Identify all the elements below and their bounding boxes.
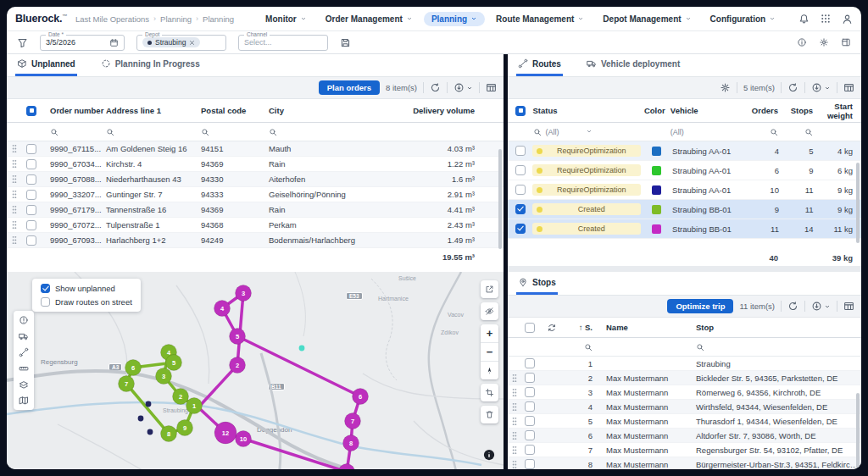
search-icon[interactable] <box>804 128 813 136</box>
order-row[interactable]: 9990_33207... Guntinger Str. 7 94333 Gei… <box>7 187 504 202</box>
row-checkbox[interactable] <box>525 373 535 383</box>
search-icon[interactable] <box>269 128 277 136</box>
export-button[interactable] <box>811 301 831 312</box>
row-checkbox[interactable] <box>26 174 36 185</box>
nav-menu-item[interactable]: Configuration <box>703 12 784 26</box>
tab-planning-in-progress[interactable]: Planning In Progress <box>99 58 202 76</box>
route-icon[interactable] <box>19 347 29 357</box>
apps-grid-icon[interactable] <box>821 14 831 24</box>
export-button[interactable] <box>811 82 831 93</box>
search-icon[interactable] <box>696 343 704 351</box>
order-row[interactable]: 9990_67115... Am Goldenen Steig 16 94151… <box>7 141 504 157</box>
user-icon[interactable] <box>842 14 853 25</box>
columns-icon[interactable] <box>843 82 854 93</box>
row-checkbox[interactable] <box>26 220 36 230</box>
search-icon[interactable] <box>584 343 593 351</box>
routes-scrollbar[interactable] <box>856 163 860 243</box>
drag-handle-icon[interactable] <box>508 460 525 469</box>
drag-handle-icon[interactable] <box>508 431 525 440</box>
map-option[interactable]: Draw routes on street <box>41 297 132 307</box>
order-row[interactable]: 9990_67093... Harlachberg 1+2 94249 Bode… <box>7 233 504 248</box>
row-checkbox[interactable] <box>26 159 36 169</box>
status-filter[interactable]: (All) <box>533 128 639 136</box>
nav-menu-item[interactable]: Planning <box>424 12 485 26</box>
route-row[interactable]: Created Straubing BB-01 9 11 9 kg <box>508 200 861 219</box>
close-icon[interactable] <box>189 40 195 46</box>
select-all-checkbox[interactable] <box>525 323 535 333</box>
open-external-button[interactable] <box>481 280 498 298</box>
stop-row[interactable]: 8 Max Mustermann Bürgermeister-Urban-Str… <box>508 457 861 469</box>
map-option-checkbox[interactable] <box>41 297 50 307</box>
stop-row[interactable]: 4 Max Mustermann Wirthsfeld, 94344, Wies… <box>508 400 861 414</box>
stop-row[interactable]: 5 Max Mustermann Thurasdorf 1, 94344, Wi… <box>508 414 861 429</box>
drag-handle-icon[interactable] <box>7 220 26 230</box>
truck-icon[interactable] <box>19 331 29 341</box>
channel-field[interactable]: Channel Select... <box>238 35 328 51</box>
orders-scrollbar[interactable] <box>498 149 502 249</box>
row-checkbox[interactable] <box>525 387 535 397</box>
stop-row[interactable]: 7 Max Mustermann Regensburger Str. 54, 9… <box>508 443 861 457</box>
gear-icon[interactable] <box>819 37 829 47</box>
vehicle-filter[interactable]: (All) <box>670 128 747 136</box>
optimize-trip-button[interactable]: Optimize trip <box>667 299 733 313</box>
stop-row[interactable]: 6 Max Mustermann Altdorfer Str. 7, 93086… <box>508 429 861 443</box>
drag-handle-icon[interactable] <box>508 417 525 426</box>
zoom-in-button[interactable]: + <box>481 324 498 342</box>
tab-vehicle-deployment[interactable]: Vehicle deployment <box>585 58 682 76</box>
row-checkbox[interactable] <box>515 165 526 175</box>
seq-column-header[interactable]: ↑ S. <box>569 323 593 332</box>
refresh-icon[interactable] <box>787 82 798 93</box>
route-row[interactable]: RequireOptimization Straubing AA-01 10 1… <box>508 180 861 200</box>
tab-stops[interactable]: Stops <box>516 277 558 295</box>
measure-icon[interactable] <box>19 363 29 374</box>
order-row[interactable]: 9990_67088... Niederharthausen 43 94330 … <box>7 172 504 187</box>
columns-icon[interactable] <box>843 301 854 312</box>
drag-handle-icon[interactable] <box>7 205 26 214</box>
row-checkbox[interactable] <box>525 401 535 412</box>
order-row[interactable]: 9990_67072... Tulpenstraße 1 94368 Perka… <box>7 218 504 233</box>
nav-menu-item[interactable]: Route Management <box>488 12 592 26</box>
delete-button[interactable] <box>481 406 498 423</box>
drag-handle-icon[interactable] <box>508 374 525 383</box>
nav-menu-item[interactable]: Depot Management <box>595 12 698 26</box>
row-checkbox[interactable] <box>515 185 526 195</box>
layers-icon[interactable] <box>19 379 29 390</box>
row-checkbox[interactable] <box>26 144 36 154</box>
gear-icon[interactable] <box>720 82 731 93</box>
save-filter-icon[interactable] <box>340 37 351 48</box>
tab-routes[interactable]: Routes <box>516 58 563 76</box>
drag-handle-icon[interactable] <box>7 190 26 199</box>
zoom-out-button[interactable]: − <box>481 342 498 361</box>
drag-handle-icon[interactable] <box>7 159 26 169</box>
depot-chip[interactable]: Straubing <box>142 37 200 47</box>
export-button[interactable] <box>453 82 473 93</box>
row-checkbox[interactable] <box>525 459 535 469</box>
drag-handle-icon[interactable] <box>7 174 26 184</box>
map[interactable]: RegensburgStraubingDeggendorfSušiceHartm… <box>7 272 504 469</box>
map-attribution-icon[interactable] <box>483 449 495 461</box>
columns-icon[interactable] <box>486 82 497 93</box>
select-all-checkbox[interactable] <box>26 106 36 116</box>
nav-menu-item[interactable]: Order Management <box>318 12 420 26</box>
depot-field[interactable]: Depot Straubing <box>136 35 226 51</box>
info-icon[interactable] <box>797 37 807 47</box>
stop-row[interactable]: 1 Straubing <box>508 357 861 371</box>
select-all-checkbox[interactable] <box>515 106 526 116</box>
map-option[interactable]: Show unplanned <box>41 284 132 293</box>
refresh-icon[interactable] <box>787 301 798 312</box>
row-checkbox[interactable] <box>525 445 535 455</box>
map-icon[interactable] <box>19 396 29 406</box>
stop-row[interactable]: 2 Max Mustermann Bickleder Str. 5, 94365… <box>508 371 861 385</box>
bell-icon[interactable] <box>798 14 810 25</box>
row-checkbox[interactable] <box>26 235 36 246</box>
layout-icon[interactable] <box>841 37 851 47</box>
search-icon[interactable] <box>50 128 58 136</box>
row-checkbox[interactable] <box>525 358 535 368</box>
stop-row[interactable]: 3 Max Mustermann Römerweg 6, 94356, Kirc… <box>508 385 861 400</box>
drag-handle-icon[interactable] <box>508 388 525 397</box>
drag-handle-icon[interactable] <box>508 402 525 412</box>
alert-circle-icon[interactable] <box>19 315 29 325</box>
route-row[interactable]: RequireOptimization Straubing AA-01 4 5 … <box>508 141 861 161</box>
stops-scrollbar[interactable] <box>856 393 860 469</box>
row-checkbox[interactable] <box>515 146 526 156</box>
